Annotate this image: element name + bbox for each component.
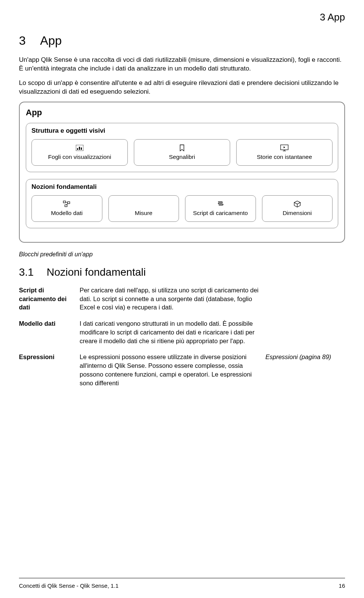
term: Script di caricamento dei dati xyxy=(19,284,80,317)
footer-page-number: 16 xyxy=(339,582,345,589)
chapter-title: App xyxy=(40,34,62,47)
reference xyxy=(265,284,345,317)
section-title: Nozioni fondamentali xyxy=(47,266,146,278)
diagram-section-fundamentals: Nozioni fondamentali Modello dati Misure… xyxy=(26,179,338,228)
page-footer: Concetti di Qlik Sense - Qlik Sense, 1.1… xyxy=(19,582,345,589)
svg-rect-1 xyxy=(77,148,78,150)
chapter-number: 3 xyxy=(19,34,26,48)
card-label: Dimensioni xyxy=(282,210,312,217)
table-row: Espressioni Le espressioni possono esser… xyxy=(19,350,345,392)
section-heading: 3.1Nozioni fondamentali xyxy=(19,266,345,278)
card-label: Segnalibri xyxy=(169,154,195,160)
chart-icon xyxy=(76,144,83,152)
description: Le espressioni possono essere utilizzate… xyxy=(80,350,265,392)
card-label: Script di caricamento xyxy=(193,210,248,217)
figure-caption: Blocchi predefiniti di un'app xyxy=(19,251,345,258)
cube-icon xyxy=(294,200,301,208)
diagram-section-visual: Struttura e oggetti visivi Fogli con vis… xyxy=(26,123,338,172)
card-label: Modello dati xyxy=(51,210,83,217)
card-dimensions: Dimensioni xyxy=(262,195,333,222)
footer-doc-title: Concetti di Qlik Sense - Qlik Sense, 1.1 xyxy=(19,582,119,589)
svg-rect-9 xyxy=(67,202,70,204)
card-sheets: Fogli con visualizzazioni xyxy=(31,139,128,166)
footer-rule xyxy=(19,578,345,578)
definitions-table: Script di caricamento dei dati Per caric… xyxy=(19,284,345,393)
card-bookmarks: Segnalibri xyxy=(134,139,230,166)
card-load-script: Script di caricamento xyxy=(185,195,256,222)
card-data-model: Modello dati xyxy=(31,195,102,222)
card-measures: Misure xyxy=(108,195,179,222)
reference: Espressioni (pagina 89) xyxy=(265,350,345,392)
svg-line-11 xyxy=(66,202,67,202)
table-row: Script di caricamento dei dati Per caric… xyxy=(19,284,345,317)
term: Modello dati xyxy=(19,317,80,350)
svg-rect-8 xyxy=(63,201,66,203)
description: Per caricare dati nell'app, si utilizza … xyxy=(80,284,265,317)
presentation-icon xyxy=(280,144,289,152)
svg-rect-3 xyxy=(81,148,82,150)
script-icon xyxy=(217,200,224,208)
card-label: Storie con istantanee xyxy=(257,154,312,160)
diagram-title: App xyxy=(26,108,338,118)
reference xyxy=(265,317,345,350)
diagram-section-title: Nozioni fondamentali xyxy=(31,183,333,191)
card-label: Fogli con visualizzazioni xyxy=(48,154,111,160)
data-model-icon xyxy=(63,200,71,208)
chapter-heading: 3App xyxy=(19,34,345,48)
running-header: 3 App xyxy=(19,0,345,34)
description: I dati caricati vengono strutturati in u… xyxy=(80,317,265,350)
svg-rect-2 xyxy=(79,147,80,150)
term: Espressioni xyxy=(19,350,80,392)
diagram-section-title: Struttura e oggetti visivi xyxy=(31,127,333,135)
paragraph-1: Un'app Qlik Sense è una raccolta di voci… xyxy=(19,55,345,73)
card-label: Misure xyxy=(135,210,152,217)
card-stories: Storie con istantanee xyxy=(236,139,333,166)
app-diagram: App Struttura e oggetti visivi Fogli con… xyxy=(19,102,345,243)
paragraph-2: Lo scopo di un'app è consentire all'uten… xyxy=(19,78,345,96)
svg-rect-10 xyxy=(65,205,67,207)
table-row: Modello dati I dati caricati vengono str… xyxy=(19,317,345,350)
bookmark-icon xyxy=(179,144,185,152)
section-number: 3.1 xyxy=(19,266,34,278)
svg-marker-13 xyxy=(294,201,300,204)
svg-marker-5 xyxy=(284,146,285,148)
